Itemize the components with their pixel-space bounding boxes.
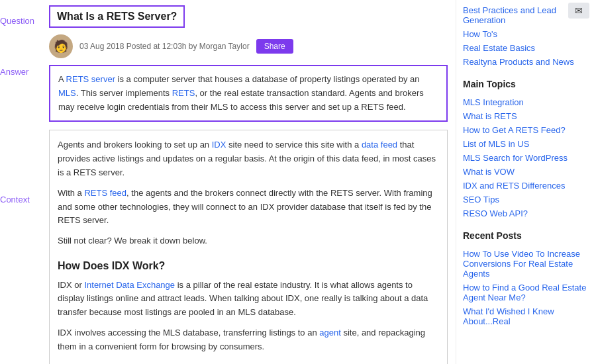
rets-link[interactable]: RETS — [172, 88, 195, 98]
context-para3: Still not clear? We break it down below. — [58, 234, 439, 248]
agent-link[interactable]: agent — [319, 328, 341, 338]
mls-link[interactable]: MLS — [58, 88, 76, 98]
main-topic-link[interactable]: What is VOW — [463, 167, 589, 177]
post-meta: 03 Aug 2018 Posted at 12:03h by Morgan T… — [79, 42, 250, 51]
question-label: Question — [0, 16, 45, 26]
context-box: Agents and brokers looking to set up an … — [49, 130, 448, 364]
rets-feed-link[interactable]: RETS feed — [84, 188, 126, 198]
main-topic-link[interactable]: MLS Integration — [463, 97, 589, 107]
category-link[interactable]: Real Estate Basics — [463, 43, 589, 53]
category-link[interactable]: Realtyna Products and News — [463, 57, 589, 67]
share-button[interactable]: Share — [256, 39, 293, 54]
recent-posts-section: Recent Posts How To Use Video To Increas… — [463, 230, 589, 326]
main-topic-link[interactable]: IDX and RETS Differences — [463, 181, 589, 191]
idx-para1: IDX or Internet Data Exchange is a pilla… — [58, 279, 439, 320]
idx-para2: IDX involves accessing the MLS database,… — [58, 326, 439, 354]
meta-row: 🧑 03 Aug 2018 Posted at 12:03h by Morgan… — [49, 34, 448, 58]
answer-text-prefix: A — [58, 74, 66, 84]
main-topic-link[interactable]: List of MLS in US — [463, 139, 589, 149]
email-icon[interactable]: ✉ — [568, 3, 589, 19]
main-content: What Is a RETS Server? 🧑 03 Aug 2018 Pos… — [45, 0, 456, 364]
question-box: What Is a RETS Server? — [49, 5, 185, 28]
answer-label: Answer — [0, 67, 45, 77]
main-topics-section: Main Topics MLS IntegrationWhat is RETSH… — [463, 79, 589, 218]
data-feed-link[interactable]: data feed — [362, 140, 397, 150]
main-topic-link[interactable]: MLS Search for WordPress — [463, 153, 589, 163]
recent-posts-links: How To Use Video To Increase Conversions… — [463, 249, 589, 326]
category-link[interactable]: How To's — [463, 29, 589, 39]
rets-server-link[interactable]: RETS server — [66, 74, 115, 84]
context-para2: With a RETS feed, the agents and the bro… — [58, 187, 439, 228]
left-labels: Question Answer Context — [0, 0, 45, 364]
answer-text-mid1: is a computer server that houses a datab… — [115, 74, 420, 84]
recent-post-link[interactable]: How to Find a Good Real Estate Agent Nea… — [463, 283, 589, 302]
idx-link[interactable]: IDX — [212, 140, 226, 150]
answer-box: A RETS server is a computer server that … — [49, 65, 448, 122]
question-title: What Is a RETS Server? — [57, 11, 177, 22]
how-idx-work-heading: How Does IDX Work? — [58, 257, 439, 275]
internet-data-exchange-link[interactable]: Internet Data Exchange — [84, 280, 175, 290]
categories-section: ✉ Best Practices and Lead GenerationHow … — [463, 5, 589, 67]
main-topic-link[interactable]: How to Get A RETS Feed? — [463, 125, 589, 135]
recent-posts-title: Recent Posts — [463, 230, 589, 244]
context-para1: Agents and brokers looking to set up an … — [58, 138, 439, 179]
context-label: Context — [0, 195, 45, 205]
recent-post-link[interactable]: What I'd Wished I Knew About...Real — [463, 306, 589, 326]
main-topic-link[interactable]: SEO Tips — [463, 195, 589, 205]
main-topics-links: MLS IntegrationWhat is RETSHow to Get A … — [463, 97, 589, 218]
sidebar: ✉ Best Practices and Lead GenerationHow … — [456, 0, 596, 364]
avatar: 🧑 — [49, 34, 73, 58]
main-topic-link[interactable]: RESO Web API? — [463, 208, 589, 218]
main-topic-link[interactable]: What is RETS — [463, 111, 589, 121]
answer-text-mid2: . This server implements — [76, 88, 172, 98]
recent-post-link[interactable]: How To Use Video To Increase Conversions… — [463, 249, 589, 279]
main-topics-title: Main Topics — [463, 79, 589, 92]
